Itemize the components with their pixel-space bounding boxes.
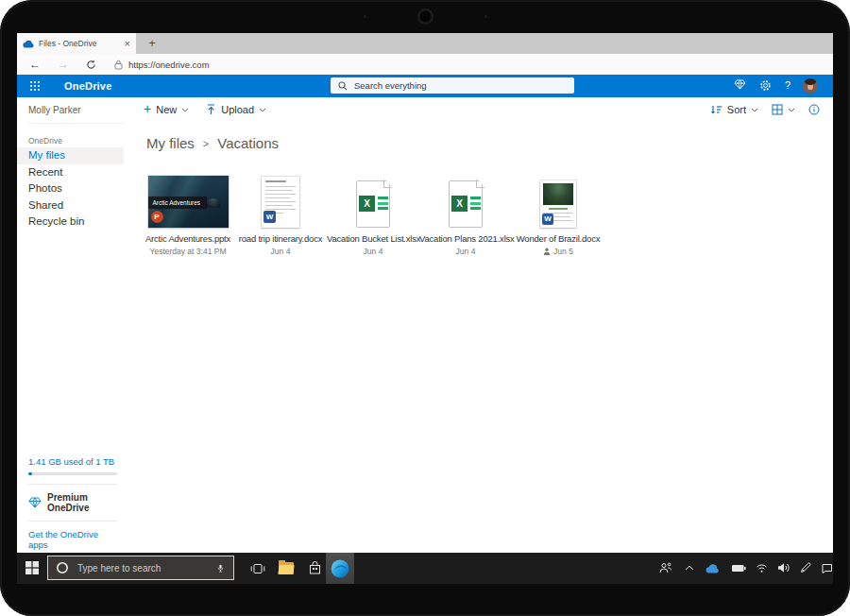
thumbnail-photo <box>543 183 573 205</box>
breadcrumb-separator: > <box>203 138 209 149</box>
onedrive-tray-cloud-icon[interactable] <box>706 564 720 573</box>
upload-button[interactable]: Upload <box>206 104 266 115</box>
tab-close-icon[interactable]: × <box>125 38 130 49</box>
sidebar-user-name: Molly Parker <box>28 105 81 115</box>
file-name[interactable]: Wonder of Brazil.docx <box>512 233 604 244</box>
main-content: + New Upload <box>124 97 833 553</box>
sort-button[interactable]: Sort <box>710 104 758 115</box>
file-name[interactable]: Arctic Adventures.pptx <box>142 233 234 244</box>
chevron-down-icon <box>259 108 266 112</box>
refresh-icon[interactable] <box>77 60 105 70</box>
taskbar-search-box[interactable]: Type here to search <box>47 556 234 580</box>
battery-icon[interactable] <box>732 564 746 573</box>
premium-label: Premium OneDrive <box>47 492 117 513</box>
info-icon[interactable] <box>808 104 820 115</box>
edge-browser-button[interactable] <box>326 553 354 584</box>
sidebar-item-recycle-bin[interactable]: Recycle bin <box>17 214 124 231</box>
file-date: Jun 5 <box>512 247 604 256</box>
volume-icon[interactable] <box>777 562 790 573</box>
network-icon[interactable] <box>756 562 768 573</box>
command-bar: + New Upload <box>124 97 833 122</box>
docx-thumbnail: W <box>262 177 299 228</box>
premium-diamond-icon[interactable] <box>734 79 746 90</box>
xlsx-file-icon: X <box>445 180 486 228</box>
grid-view-icon <box>772 104 783 115</box>
new-button[interactable]: + New <box>144 104 189 115</box>
chevron-down-icon <box>181 108 189 112</box>
search-box[interactable] <box>331 77 574 94</box>
sidebar-item-photos[interactable]: Photos <box>17 180 124 197</box>
sidebar-item-recent[interactable]: Recent <box>17 164 124 181</box>
file-explorer-button[interactable] <box>272 553 300 584</box>
sidebar-item-my-files[interactable]: My files <box>17 147 124 164</box>
cortana-icon <box>56 561 69 574</box>
file-card-vacation-plans-2021[interactable]: X Vacation Plans 2021.xlsx Jun 4 <box>419 174 512 256</box>
url-text[interactable]: https://onedrive.com <box>128 60 210 70</box>
chevron-up-icon[interactable] <box>685 565 694 571</box>
sidebar-footer: 1.41 GB used of 1 TB Premium OneDrive Ge… <box>28 456 117 550</box>
breadcrumb-my-files[interactable]: My files <box>146 135 195 151</box>
docx-thumbnail: W <box>540 180 576 228</box>
file-card-arctic-adventures[interactable]: Arctic Adventures P Arctic Adventures.pp… <box>142 174 234 256</box>
view-toggle-button[interactable] <box>772 104 795 115</box>
app-title[interactable]: OneDrive <box>64 80 112 92</box>
sidebar-item-shared[interactable]: Shared <box>17 197 124 214</box>
thumbnail-dome-shape <box>205 198 221 208</box>
back-icon[interactable]: ← <box>21 59 49 70</box>
app-launcher-waffle-icon[interactable] <box>29 80 41 92</box>
sort-icon <box>710 105 722 115</box>
excel-icon: X <box>359 196 375 212</box>
search-icon <box>338 81 348 91</box>
file-card-wonder-of-brazil[interactable]: W Wonder of Brazil.docx Jun 5 <box>512 174 604 256</box>
file-date: Yesterday at 3:41 PM <box>142 247 234 256</box>
lock-icon[interactable] <box>114 60 123 70</box>
bezel-sensor-dot <box>364 15 366 18</box>
windows-start-button[interactable] <box>26 561 39 574</box>
file-name[interactable]: road trip itinerary.docx <box>234 233 327 244</box>
get-apps-link[interactable]: Get the OneDrive apps <box>28 522 117 550</box>
forward-icon: → <box>49 59 77 70</box>
microphone-icon[interactable] <box>216 562 225 574</box>
action-center-icon[interactable] <box>821 562 833 573</box>
onedrive-cloud-favicon-icon <box>23 40 34 48</box>
plus-icon: + <box>144 102 151 115</box>
breadcrumb: My files > Vacations <box>146 135 279 151</box>
storage-usage-link[interactable]: 1.41 GB used of 1 TB <box>28 456 117 472</box>
storage-progress-fill <box>28 472 32 475</box>
diamond-icon <box>28 497 42 508</box>
word-icon: W <box>264 211 276 223</box>
help-icon[interactable]: ? <box>785 79 790 91</box>
new-tab-button[interactable]: + <box>143 33 162 54</box>
word-icon: W <box>542 214 553 225</box>
people-icon[interactable] <box>659 562 672 573</box>
file-card-road-trip-itinerary[interactable]: W road trip itinerary.docx Jun 4 <box>234 174 327 256</box>
user-avatar[interactable] <box>803 78 818 94</box>
bezel-sensor-dot <box>484 15 487 18</box>
folder-icon <box>279 562 294 574</box>
xlsx-file-icon: X <box>352 180 394 228</box>
file-date: Jun 4 <box>327 247 419 256</box>
thumbnail-title-band: Arctic Adventures <box>148 197 207 209</box>
pen-icon[interactable] <box>800 562 811 573</box>
sidebar-nav: My files Recent Photos Shared Recycle bi… <box>17 147 124 231</box>
storage-progress-bar <box>28 472 117 475</box>
upload-icon <box>206 104 216 115</box>
premium-onedrive-row[interactable]: Premium OneDrive <box>28 485 117 521</box>
file-name[interactable]: Vacation Bucket List.xlsx <box>327 233 419 244</box>
windows-taskbar: Type here to search <box>17 553 833 584</box>
settings-gear-icon[interactable] <box>759 79 772 92</box>
microsoft-store-button[interactable] <box>300 553 329 584</box>
task-view-button[interactable] <box>244 553 272 584</box>
chevron-down-icon <box>788 108 795 112</box>
file-card-vacation-bucket-list[interactable]: X Vacation Bucket List.xlsx Jun 4 <box>327 174 419 256</box>
sidebar: Molly Parker OneDrive My files Recent Ph… <box>17 97 124 553</box>
excel-sheet-rows <box>470 197 481 213</box>
file-date: Jun 4 <box>419 247 512 256</box>
browser-tab[interactable]: Files - OneDrive × <box>17 33 136 54</box>
search-input[interactable] <box>354 80 543 91</box>
browser-tab-bar: Files - OneDrive × + <box>17 33 833 54</box>
shared-person-icon <box>543 248 551 255</box>
file-name[interactable]: Vacation Plans 2021.xlsx <box>419 233 512 244</box>
sort-label: Sort <box>727 104 746 115</box>
pptx-thumbnail: Arctic Adventures P <box>148 176 229 228</box>
